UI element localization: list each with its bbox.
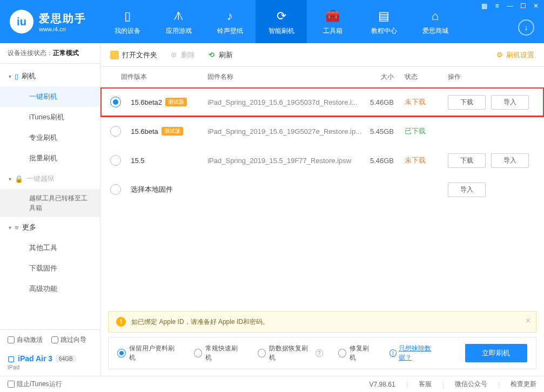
main-panel: 打开文件夹 ⊘删除 ⟲刷新 ⚙刷机设置 固件版本 固件名称 大小 状态 操作 1… <box>100 43 544 376</box>
sidebar-item-download-fw[interactable]: 下载固件 <box>0 258 100 279</box>
sidebar-jb-note: 越狱工具已转移至工具箱 <box>0 189 100 217</box>
firmware-status: 未下载 <box>405 97 448 107</box>
nav-my-device[interactable]: ▯我的设备 <box>102 0 153 43</box>
info-icon: i <box>389 349 397 357</box>
menu-icon[interactable]: ≡ <box>493 2 501 10</box>
import-button[interactable]: 导入 <box>491 95 529 110</box>
app-title: 爱思助手 <box>39 11 86 26</box>
gear-icon: ⚙ <box>496 51 503 59</box>
refresh-button[interactable]: ⟲刷新 <box>207 50 233 60</box>
sidebar-cat-more[interactable]: ▾≡更多 <box>0 217 100 238</box>
firmware-name: iPad_Spring_2019_15.5_19F77_Restore.ipsw <box>207 157 361 165</box>
sidebar-item-oneclick-flash[interactable]: 一键刷机 <box>0 86 100 107</box>
col-ops: 操作 <box>448 72 534 82</box>
radio-icon <box>117 349 125 357</box>
opt-repair[interactable]: 修复刷机 <box>338 344 374 362</box>
download-button[interactable]: 下载 <box>448 153 486 168</box>
sidebar-item-itunes-flash[interactable]: iTunes刷机 <box>0 107 100 127</box>
sidebar-item-other-tools[interactable]: 其他工具 <box>0 238 100 258</box>
top-nav: ▯我的设备 ⩚应用游戏 ♪铃声壁纸 ⟳智能刷机 🧰工具箱 ▤教程中心 ⌂爱思商城 <box>102 0 461 43</box>
check-update-link[interactable]: 检查更新 <box>511 380 536 389</box>
sidebar-item-batch-flash[interactable]: 批量刷机 <box>0 148 100 168</box>
sidebar: 设备连接状态：正常模式 ▾▯刷机 一键刷机 iTunes刷机 专业刷机 批量刷机… <box>0 43 100 376</box>
firmware-row[interactable]: 15.6beta测试版iPad_Spring_2019_15.6_19G5027… <box>100 117 544 146</box>
sidebar-cat-flash[interactable]: ▾▯刷机 <box>0 66 100 86</box>
capacity-badge: 64GB <box>56 355 76 362</box>
delete-button: ⊘删除 <box>169 50 195 60</box>
local-firmware-label: 选择本地固件 <box>131 185 173 194</box>
book-icon: ▤ <box>378 8 389 24</box>
radio-icon[interactable] <box>110 155 121 166</box>
open-folder-button[interactable]: 打开文件夹 <box>110 50 157 60</box>
customer-service-link[interactable]: 客服 <box>419 380 432 389</box>
firmware-name: iPad_Spring_2019_15.6_19G5027e_Restore.i… <box>207 127 361 136</box>
stop-itunes-checkbox[interactable]: 阻止iTunes运行 <box>8 380 62 389</box>
beta-badge: 测试版 <box>162 127 183 136</box>
firmware-row[interactable]: 15.5iPad_Spring_2019_15.5_19F77_Restore.… <box>100 146 544 175</box>
grid-icon[interactable]: ▦ <box>480 2 488 10</box>
radio-icon <box>338 349 346 357</box>
col-name: 固件名称 <box>207 72 361 82</box>
chevron-down-icon: ▾ <box>9 225 11 231</box>
close-info-button[interactable]: × <box>526 316 530 326</box>
col-version: 固件版本 <box>121 72 207 82</box>
app-header: ▦ ≡ — ☐ ✕ iu 爱思助手 www.i4.cn ▯我的设备 ⩚应用游戏 … <box>0 0 544 43</box>
radio-icon <box>194 349 202 357</box>
firmware-size: 5.46GB <box>361 98 405 106</box>
nav-store[interactable]: ⌂爱思商城 <box>409 0 461 43</box>
nav-ringtone[interactable]: ♪铃声壁纸 <box>204 0 256 43</box>
flash-settings-button[interactable]: ⚙刷机设置 <box>496 50 534 60</box>
lock-icon: 🔒 <box>15 175 23 183</box>
flash-icon: ⟳ <box>277 8 286 24</box>
nav-flash[interactable]: ⟳智能刷机 <box>256 0 307 43</box>
apps-icon: ⩚ <box>173 8 185 24</box>
minimize-icon[interactable]: — <box>506 2 514 10</box>
sidebar-item-advanced[interactable]: 高级功能 <box>0 279 100 299</box>
opt-normal[interactable]: 常规快速刷机 <box>194 344 243 362</box>
download-button[interactable]: ↓ <box>518 19 534 36</box>
nav-toolbox[interactable]: 🧰工具箱 <box>307 0 358 43</box>
wechat-link[interactable]: 微信公众号 <box>455 380 487 389</box>
radio-icon[interactable] <box>110 97 121 107</box>
info-text: 如已绑定 Apple ID，请准备好 Apple ID和密码。 <box>131 317 269 327</box>
import-button[interactable]: 导入 <box>491 153 529 168</box>
skip-guide-checkbox[interactable]: 跳过向导 <box>51 335 86 344</box>
warning-icon: ! <box>116 317 126 327</box>
auto-activate-checkbox[interactable]: 自动激活 <box>8 335 43 344</box>
toolbox-icon: 🧰 <box>325 8 340 24</box>
radio-icon[interactable] <box>110 126 121 137</box>
store-icon: ⌂ <box>432 8 439 24</box>
col-size: 大小 <box>361 72 405 82</box>
logo-icon: iu <box>10 10 33 33</box>
nav-tutorial[interactable]: ▤教程中心 <box>358 0 409 43</box>
beta-badge: 测试版 <box>165 98 187 106</box>
opt-keep-data[interactable]: 保留用户资料刷机 <box>117 344 178 362</box>
firmware-status: 未下载 <box>405 156 448 165</box>
import-button[interactable]: 导入 <box>448 183 486 197</box>
local-firmware-row[interactable]: 选择本地固件导入 <box>100 175 544 204</box>
refresh-icon: ⟲ <box>207 51 216 59</box>
erase-only-link[interactable]: i只想抹除数据？ <box>389 344 442 362</box>
toolbar: 打开文件夹 ⊘删除 ⟲刷新 ⚙刷机设置 <box>100 43 544 67</box>
radio-icon[interactable] <box>110 184 121 195</box>
flash-now-button[interactable]: 立即刷机 <box>465 344 527 362</box>
download-button[interactable]: 下载 <box>448 95 486 110</box>
help-icon[interactable]: ? <box>315 349 323 357</box>
nav-apps[interactable]: ⩚应用游戏 <box>153 0 204 43</box>
opt-anti-recovery[interactable]: 防数据恢复刷机? <box>258 344 323 362</box>
firmware-size: 5.45GB <box>361 127 405 136</box>
folder-icon <box>110 51 119 59</box>
more-icon: ≡ <box>15 224 19 232</box>
device-icon: ▯ <box>124 8 131 24</box>
radio-icon <box>258 349 266 357</box>
chevron-down-icon: ▾ <box>9 176 11 182</box>
sidebar-item-pro-flash[interactable]: 专业刷机 <box>0 127 100 148</box>
ipad-icon: ▢ <box>8 354 15 363</box>
chevron-down-icon: ▾ <box>9 73 11 79</box>
sidebar-cat-jailbreak: ▾🔒一键越狱 <box>0 168 100 189</box>
firmware-row[interactable]: 15.6beta2测试版iPad_Spring_2019_15.6_19G503… <box>100 87 544 117</box>
device-info[interactable]: ▢iPad Air 364GB iPad <box>0 350 100 376</box>
firmware-list: 15.6beta2测试版iPad_Spring_2019_15.6_19G503… <box>100 87 544 311</box>
close-icon[interactable]: ✕ <box>532 2 540 10</box>
maximize-icon[interactable]: ☐ <box>519 2 527 10</box>
